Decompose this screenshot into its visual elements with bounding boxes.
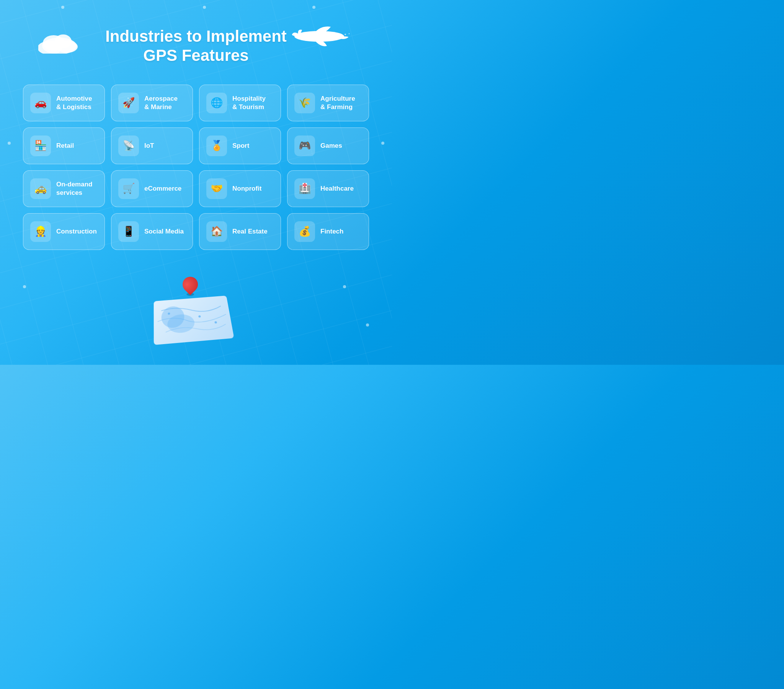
social-media-label: Social Media — [144, 227, 184, 236]
map-pin — [183, 277, 198, 296]
industry-card-games[interactable]: 🎮Games — [287, 127, 369, 164]
industry-card-retail[interactable]: 🏪Retail — [23, 127, 105, 164]
hospitality-tourism-icon: 🌐 — [206, 92, 227, 113]
industry-card-automotive-logistics[interactable]: 🚗Automotive& Logistics — [23, 85, 105, 121]
nonprofit-label: Nonprofit — [232, 185, 262, 193]
agriculture-farming-icon: 🌾 — [294, 92, 315, 113]
industry-card-healthcare[interactable]: 🏥Healthcare — [287, 170, 369, 207]
automotive-logistics-icon: 🚗 — [30, 92, 51, 113]
page-header: Industries to Implement GPS Features — [23, 15, 369, 85]
retail-icon: 🏪 — [30, 135, 51, 156]
map-paper — [154, 295, 234, 345]
industry-card-fintech[interactable]: 💰Fintech — [287, 213, 369, 250]
svg-point-10 — [168, 312, 170, 315]
construction-icon: 👷 — [30, 221, 51, 242]
decorative-dot — [343, 285, 346, 288]
industry-card-construction[interactable]: 👷Construction — [23, 213, 105, 250]
svg-point-4 — [56, 41, 78, 53]
airplane-decoration — [289, 19, 350, 55]
games-icon: 🎮 — [294, 135, 315, 156]
agriculture-farming-label: Agriculture& Farming — [320, 94, 355, 111]
iot-icon: 📡 — [118, 135, 139, 156]
iot-label: IoT — [144, 142, 154, 150]
real-estate-icon: 🏠 — [206, 221, 227, 242]
decorative-dot — [203, 6, 206, 9]
on-demand-services-label: On-demandservices — [56, 180, 92, 197]
industry-card-aerospace-marine[interactable]: 🚀Aerospace& Marine — [111, 85, 193, 121]
page-wrapper: Industries to Implement GPS Features 🚗Au… — [0, 0, 392, 365]
decorative-dot — [381, 142, 384, 145]
industry-card-iot[interactable]: 📡IoT — [111, 127, 193, 164]
svg-point-8 — [349, 33, 350, 35]
svg-point-7 — [344, 34, 346, 35]
fintech-label: Fintech — [320, 227, 343, 236]
industry-card-on-demand-services[interactable]: 🚕On-demandservices — [23, 170, 105, 207]
decorative-dot — [23, 285, 26, 288]
nonprofit-icon: 🤝 — [206, 178, 227, 199]
construction-label: Construction — [56, 227, 97, 236]
real-estate-label: Real Estate — [232, 227, 268, 236]
svg-point-9 — [167, 313, 195, 334]
fintech-icon: 💰 — [294, 221, 315, 242]
industry-card-ecommerce[interactable]: 🛒eCommerce — [111, 170, 193, 207]
industry-card-nonprofit[interactable]: 🤝Nonprofit — [199, 170, 281, 207]
industry-card-sport[interactable]: 🏅Sport — [199, 127, 281, 164]
industry-card-hospitality-tourism[interactable]: 🌐Hospitality& Tourism — [199, 85, 281, 121]
cloud-left-decoration — [38, 27, 81, 55]
sport-icon: 🏅 — [206, 135, 227, 156]
map-illustration — [146, 273, 246, 342]
social-media-icon: 📱 — [118, 221, 139, 242]
svg-point-6 — [339, 35, 341, 36]
bottom-section — [23, 269, 369, 342]
decorative-dot — [312, 6, 315, 9]
ecommerce-label: eCommerce — [144, 185, 181, 193]
decorative-dot — [61, 6, 64, 9]
healthcare-label: Healthcare — [320, 185, 354, 193]
aerospace-marine-label: Aerospace& Marine — [144, 94, 178, 111]
automotive-logistics-label: Automotive& Logistics — [56, 94, 92, 111]
ecommerce-icon: 🛒 — [118, 178, 139, 199]
industry-card-social-media[interactable]: 📱Social Media — [111, 213, 193, 250]
svg-point-12 — [214, 321, 217, 323]
industries-grid: 🚗Automotive& Logistics🚀Aerospace& Marine… — [23, 85, 369, 250]
hospitality-tourism-label: Hospitality& Tourism — [232, 94, 266, 111]
industry-card-real-estate[interactable]: 🏠Real Estate — [199, 213, 281, 250]
industry-card-agriculture-farming[interactable]: 🌾Agriculture& Farming — [287, 85, 369, 121]
svg-point-11 — [198, 315, 201, 317]
aerospace-marine-icon: 🚀 — [118, 92, 139, 113]
decorative-dot — [366, 323, 369, 326]
sport-label: Sport — [232, 142, 249, 150]
decorative-dot — [8, 142, 11, 145]
on-demand-services-icon: 🚕 — [30, 178, 51, 199]
retail-label: Retail — [56, 142, 74, 150]
games-label: Games — [320, 142, 342, 150]
healthcare-icon: 🏥 — [294, 178, 315, 199]
